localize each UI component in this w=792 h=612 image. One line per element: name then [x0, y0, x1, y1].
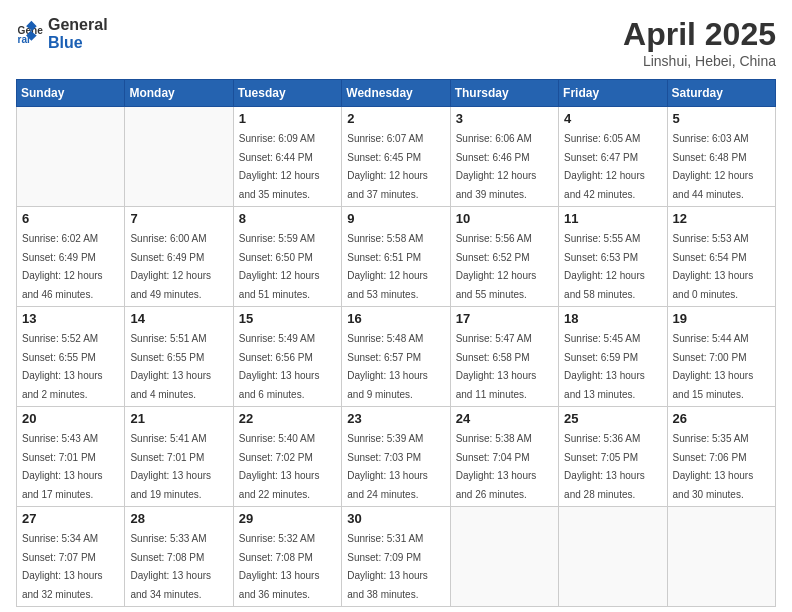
day-number: 5	[673, 111, 770, 126]
day-info: Sunrise: 5:45 AMSunset: 6:59 PMDaylight:…	[564, 333, 645, 400]
day-number: 21	[130, 411, 227, 426]
day-info: Sunrise: 5:51 AMSunset: 6:55 PMDaylight:…	[130, 333, 211, 400]
day-cell	[450, 507, 558, 607]
logo: Gene ral General Blue	[16, 16, 108, 52]
day-cell: 11 Sunrise: 5:55 AMSunset: 6:53 PMDaylig…	[559, 207, 667, 307]
day-cell: 23 Sunrise: 5:39 AMSunset: 7:03 PMDaylig…	[342, 407, 450, 507]
day-number: 4	[564, 111, 661, 126]
weekday-header-friday: Friday	[559, 80, 667, 107]
day-number: 22	[239, 411, 336, 426]
day-number: 6	[22, 211, 119, 226]
day-info: Sunrise: 5:44 AMSunset: 7:00 PMDaylight:…	[673, 333, 754, 400]
day-cell	[125, 107, 233, 207]
day-info: Sunrise: 5:36 AMSunset: 7:05 PMDaylight:…	[564, 433, 645, 500]
weekday-header-tuesday: Tuesday	[233, 80, 341, 107]
day-info: Sunrise: 5:56 AMSunset: 6:52 PMDaylight:…	[456, 233, 537, 300]
day-number: 27	[22, 511, 119, 526]
day-cell: 9 Sunrise: 5:58 AMSunset: 6:51 PMDayligh…	[342, 207, 450, 307]
day-info: Sunrise: 6:06 AMSunset: 6:46 PMDaylight:…	[456, 133, 537, 200]
week-row-5: 27 Sunrise: 5:34 AMSunset: 7:07 PMDaylig…	[17, 507, 776, 607]
title-area: April 2025 Linshui, Hebei, China	[623, 16, 776, 69]
day-number: 3	[456, 111, 553, 126]
day-number: 16	[347, 311, 444, 326]
day-number: 30	[347, 511, 444, 526]
day-info: Sunrise: 6:07 AMSunset: 6:45 PMDaylight:…	[347, 133, 428, 200]
logo-ral-text: ral	[88, 16, 108, 33]
day-cell: 30 Sunrise: 5:31 AMSunset: 7:09 PMDaylig…	[342, 507, 450, 607]
day-info: Sunrise: 5:33 AMSunset: 7:08 PMDaylight:…	[130, 533, 211, 600]
day-info: Sunrise: 6:02 AMSunset: 6:49 PMDaylight:…	[22, 233, 103, 300]
day-number: 19	[673, 311, 770, 326]
week-row-2: 6 Sunrise: 6:02 AMSunset: 6:49 PMDayligh…	[17, 207, 776, 307]
day-number: 29	[239, 511, 336, 526]
day-cell: 25 Sunrise: 5:36 AMSunset: 7:05 PMDaylig…	[559, 407, 667, 507]
day-number: 8	[239, 211, 336, 226]
day-cell: 7 Sunrise: 6:00 AMSunset: 6:49 PMDayligh…	[125, 207, 233, 307]
day-info: Sunrise: 5:39 AMSunset: 7:03 PMDaylight:…	[347, 433, 428, 500]
weekday-header-saturday: Saturday	[667, 80, 775, 107]
day-info: Sunrise: 6:09 AMSunset: 6:44 PMDaylight:…	[239, 133, 320, 200]
day-number: 11	[564, 211, 661, 226]
day-info: Sunrise: 5:48 AMSunset: 6:57 PMDaylight:…	[347, 333, 428, 400]
day-info: Sunrise: 6:00 AMSunset: 6:49 PMDaylight:…	[130, 233, 211, 300]
day-info: Sunrise: 6:03 AMSunset: 6:48 PMDaylight:…	[673, 133, 754, 200]
day-info: Sunrise: 5:41 AMSunset: 7:01 PMDaylight:…	[130, 433, 211, 500]
header: Gene ral General Blue April 2025 Linshui…	[16, 16, 776, 69]
logo-blue-text: Blue	[48, 34, 83, 51]
weekday-header-sunday: Sunday	[17, 80, 125, 107]
day-number: 17	[456, 311, 553, 326]
week-row-1: 1 Sunrise: 6:09 AMSunset: 6:44 PMDayligh…	[17, 107, 776, 207]
day-cell: 21 Sunrise: 5:41 AMSunset: 7:01 PMDaylig…	[125, 407, 233, 507]
day-cell: 6 Sunrise: 6:02 AMSunset: 6:49 PMDayligh…	[17, 207, 125, 307]
logo-general-text: Gene	[48, 16, 88, 33]
day-number: 28	[130, 511, 227, 526]
day-cell: 4 Sunrise: 6:05 AMSunset: 6:47 PMDayligh…	[559, 107, 667, 207]
day-number: 7	[130, 211, 227, 226]
day-number: 9	[347, 211, 444, 226]
day-number: 26	[673, 411, 770, 426]
week-row-4: 20 Sunrise: 5:43 AMSunset: 7:01 PMDaylig…	[17, 407, 776, 507]
day-number: 1	[239, 111, 336, 126]
day-cell: 29 Sunrise: 5:32 AMSunset: 7:08 PMDaylig…	[233, 507, 341, 607]
day-number: 20	[22, 411, 119, 426]
day-cell: 15 Sunrise: 5:49 AMSunset: 6:56 PMDaylig…	[233, 307, 341, 407]
day-info: Sunrise: 6:05 AMSunset: 6:47 PMDaylight:…	[564, 133, 645, 200]
day-info: Sunrise: 5:43 AMSunset: 7:01 PMDaylight:…	[22, 433, 103, 500]
day-info: Sunrise: 5:59 AMSunset: 6:50 PMDaylight:…	[239, 233, 320, 300]
day-cell	[559, 507, 667, 607]
weekday-header-row: SundayMondayTuesdayWednesdayThursdayFrid…	[17, 80, 776, 107]
day-number: 24	[456, 411, 553, 426]
weekday-header-wednesday: Wednesday	[342, 80, 450, 107]
day-cell	[17, 107, 125, 207]
calendar-title: April 2025	[623, 16, 776, 53]
day-number: 25	[564, 411, 661, 426]
day-cell: 13 Sunrise: 5:52 AMSunset: 6:55 PMDaylig…	[17, 307, 125, 407]
day-info: Sunrise: 5:55 AMSunset: 6:53 PMDaylight:…	[564, 233, 645, 300]
day-cell: 2 Sunrise: 6:07 AMSunset: 6:45 PMDayligh…	[342, 107, 450, 207]
day-info: Sunrise: 5:58 AMSunset: 6:51 PMDaylight:…	[347, 233, 428, 300]
calendar-table: SundayMondayTuesdayWednesdayThursdayFrid…	[16, 79, 776, 607]
weekday-header-monday: Monday	[125, 80, 233, 107]
day-cell: 22 Sunrise: 5:40 AMSunset: 7:02 PMDaylig…	[233, 407, 341, 507]
day-cell: 17 Sunrise: 5:47 AMSunset: 6:58 PMDaylig…	[450, 307, 558, 407]
day-info: Sunrise: 5:38 AMSunset: 7:04 PMDaylight:…	[456, 433, 537, 500]
day-cell: 18 Sunrise: 5:45 AMSunset: 6:59 PMDaylig…	[559, 307, 667, 407]
day-cell: 12 Sunrise: 5:53 AMSunset: 6:54 PMDaylig…	[667, 207, 775, 307]
day-info: Sunrise: 5:53 AMSunset: 6:54 PMDaylight:…	[673, 233, 754, 300]
generalblue-logo-icon: Gene ral	[16, 20, 44, 48]
day-number: 2	[347, 111, 444, 126]
day-info: Sunrise: 5:35 AMSunset: 7:06 PMDaylight:…	[673, 433, 754, 500]
day-number: 23	[347, 411, 444, 426]
day-info: Sunrise: 5:49 AMSunset: 6:56 PMDaylight:…	[239, 333, 320, 400]
day-cell: 1 Sunrise: 6:09 AMSunset: 6:44 PMDayligh…	[233, 107, 341, 207]
day-cell: 26 Sunrise: 5:35 AMSunset: 7:06 PMDaylig…	[667, 407, 775, 507]
day-cell: 20 Sunrise: 5:43 AMSunset: 7:01 PMDaylig…	[17, 407, 125, 507]
day-info: Sunrise: 5:34 AMSunset: 7:07 PMDaylight:…	[22, 533, 103, 600]
day-number: 13	[22, 311, 119, 326]
day-cell: 3 Sunrise: 6:06 AMSunset: 6:46 PMDayligh…	[450, 107, 558, 207]
day-info: Sunrise: 5:40 AMSunset: 7:02 PMDaylight:…	[239, 433, 320, 500]
day-cell: 5 Sunrise: 6:03 AMSunset: 6:48 PMDayligh…	[667, 107, 775, 207]
day-cell: 10 Sunrise: 5:56 AMSunset: 6:52 PMDaylig…	[450, 207, 558, 307]
day-cell: 28 Sunrise: 5:33 AMSunset: 7:08 PMDaylig…	[125, 507, 233, 607]
day-cell: 16 Sunrise: 5:48 AMSunset: 6:57 PMDaylig…	[342, 307, 450, 407]
